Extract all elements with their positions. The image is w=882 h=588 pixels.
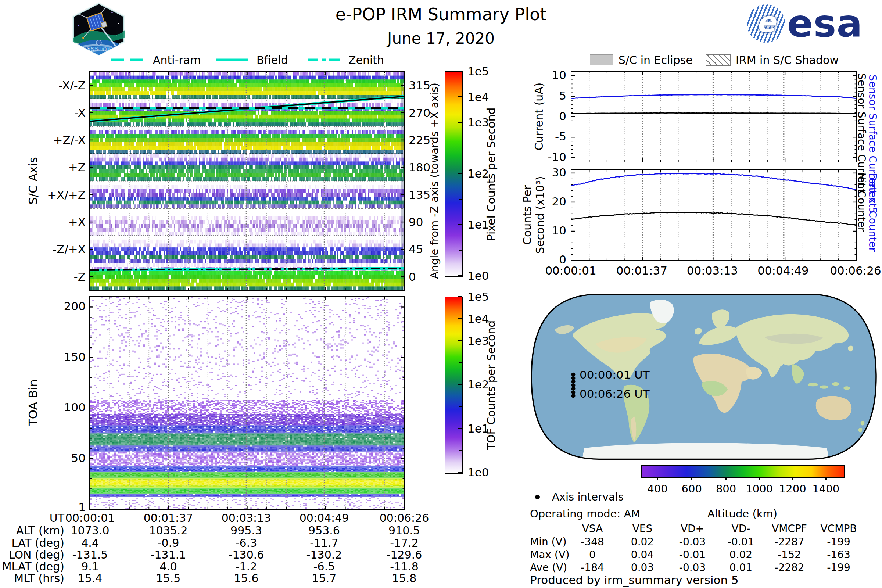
toa-tick-150: 150 (64, 350, 86, 363)
voltage-col-header-VD-: VD- (732, 523, 750, 535)
pixel-colorbar (445, 71, 463, 277)
alt-cb-tick-1000: 1000 (746, 483, 773, 495)
alt-cb-tick-600: 600 (682, 483, 702, 495)
shadow-label: IRM in S/C Shadow (736, 54, 838, 66)
tof-colorbar (445, 297, 463, 474)
ephemeris-value-2-3: -11.7 (310, 537, 339, 549)
altitude-colorbar (641, 465, 844, 478)
ephemeris-value-4-4: -11.8 (390, 560, 418, 573)
tof-cb-tickmark (458, 296, 462, 297)
sc-axis-spectrogram-panel (89, 71, 405, 291)
counts-ylabel-line1: Counts Per (521, 185, 534, 245)
ground-track-point (572, 383, 576, 387)
ephemeris-value-1-4: 910.5 (388, 524, 420, 537)
pixel-cb-minor-tickmark (459, 250, 462, 250)
ephemeris-value-2-1: -0.9 (158, 537, 179, 549)
voltage-value-1-0: 0 (589, 549, 596, 561)
bfield-legend-label: Bfield (256, 54, 288, 66)
operating-mode: Operating mode: AM (530, 507, 640, 520)
voltage-value-2-2: -0.03 (679, 561, 706, 574)
toa-spectrogram-canvas (90, 297, 404, 509)
voltage-row-label-2: Ave (V) (530, 561, 567, 574)
ephemeris-row-label-3: LON (deg) (9, 548, 64, 561)
footer-credit: Produced by irm_summary version 5 (530, 573, 739, 586)
voltage-value-1-5: -163 (827, 549, 850, 561)
eclipse-label: S/C in Eclipse (618, 54, 693, 66)
pixel-cb-tickmark (458, 275, 462, 276)
tof-cb-tick-1e3: 1e3 (468, 334, 489, 347)
sc-axis-tick-+X: +X (68, 215, 86, 229)
tof-cb-tickmark (458, 384, 462, 385)
alt-cb-tickmark (792, 477, 793, 480)
toa-tick-50: 50 (71, 451, 86, 465)
voltage-value-2-1: 0.03 (631, 561, 654, 574)
ephemeris-value-1-3: 953.6 (308, 524, 340, 537)
alt-cb-tick-1200: 1200 (779, 483, 806, 495)
ephemeris-value-1-2: 995.3 (230, 524, 262, 537)
ephemeris-value-5-3: 15.7 (312, 572, 337, 585)
toa-tick-100: 100 (64, 400, 86, 414)
pixel-cb-tickmark (458, 71, 462, 72)
pixel-cb-tick-1e2: 1e2 (468, 167, 489, 180)
altitude-colorbar-label: Altitude (km) (707, 507, 777, 520)
sc-axis-tick-+X/+Z: +X/+Z (47, 188, 86, 201)
voltage-value-2-0: -184 (580, 561, 604, 574)
alt-cb-tick-800: 800 (716, 483, 736, 495)
ephemeris-value-5-2: 15.6 (234, 572, 259, 585)
pixel-cb-tick-1e3: 1e3 (468, 116, 489, 129)
counts-ylabel-line2: Second (x10³) (533, 176, 546, 254)
ephemeris-value-2-0: 4.4 (81, 537, 99, 549)
counts-ytick-30: 30 (552, 166, 566, 179)
summary-plot-page: CASSIOPE e-POP IRM Summary Plot June 17,… (0, 0, 882, 588)
right-xtick-3: 00:04:49 (758, 264, 808, 277)
ephemeris-row-label-2: LAT (deg) (12, 537, 64, 549)
esa-globe-icon: e (747, 4, 785, 43)
tof-cb-minor-tickmark (459, 450, 462, 450)
ephemeris-row-label-4: MLAT (deg) (2, 560, 64, 573)
ground-track-point (572, 376, 576, 380)
alt-cb-tickmark (691, 477, 692, 480)
alt-cb-tick-400: 400 (647, 483, 668, 495)
tof-cb-tick-1e0: 1e0 (468, 466, 489, 479)
ephemeris-value-2-2: -6.3 (236, 537, 257, 549)
ephemeris-value-0-2: 00:03:13 (222, 512, 271, 524)
ephemeris-value-2-4: -17.2 (390, 537, 418, 549)
pixel-cb-tick-1e4: 1e4 (468, 90, 489, 104)
world-map: 00:00:01 UT 00:06:26 UT (529, 292, 878, 461)
pixel-cb-tickmark (458, 224, 462, 225)
current-ytick-5: 5 (559, 89, 566, 102)
voltage-value-0-3: -0.01 (728, 536, 754, 548)
ephemeris-value-3-2: -130.6 (229, 548, 264, 561)
angle-tick-0: 0 (409, 270, 416, 284)
esa-globe-letter: e (756, 6, 776, 39)
tof-cb-tickmark (458, 428, 462, 429)
tof-cb-minor-tickmark (459, 406, 462, 407)
voltage-value-1-4: -152 (778, 549, 801, 561)
voltage-value-1-1: 0.04 (631, 549, 654, 561)
voltage-value-2-4: -2282 (774, 561, 804, 574)
counts-ytick-20: 20 (552, 195, 566, 208)
sc-axis-tick--X: -X (74, 106, 86, 119)
axis-intervals-marker (535, 495, 540, 500)
sc-axis-ylabel: S/C Axis (26, 157, 40, 205)
sc-axis-spectrogram-canvas (90, 72, 404, 290)
antiram-legend-label: Anti-ram (153, 54, 201, 66)
track-end-label: 00:06:26 UT (579, 388, 650, 400)
axis-intervals-label: Axis intervals (552, 490, 624, 503)
ground-track-point (572, 373, 576, 376)
right-xtick-0: 00:00:01 (545, 264, 596, 277)
pixel-cb-tickmark (458, 96, 462, 98)
current-ytick-10: 10 (552, 68, 566, 82)
eclipse-swatch (590, 54, 614, 65)
current-plot (572, 72, 856, 162)
current-ytick-0: 0 (559, 110, 566, 123)
current-ylabel: Current (uA) (532, 82, 545, 150)
right-xtick-2: 00:03:13 (687, 264, 738, 277)
esa-wordmark: esa (787, 4, 863, 43)
counts-ylabel: Counts Per Second (x10³) (521, 176, 546, 254)
current-ytick--10: -10 (548, 150, 566, 164)
sc-axis-tick--X/-Z: -X/-Z (58, 79, 86, 92)
ephemeris-value-4-3: -6.5 (314, 560, 335, 573)
angle-tick-180: 180 (409, 160, 430, 174)
ephemeris-value-4-0: 9.1 (81, 560, 99, 573)
